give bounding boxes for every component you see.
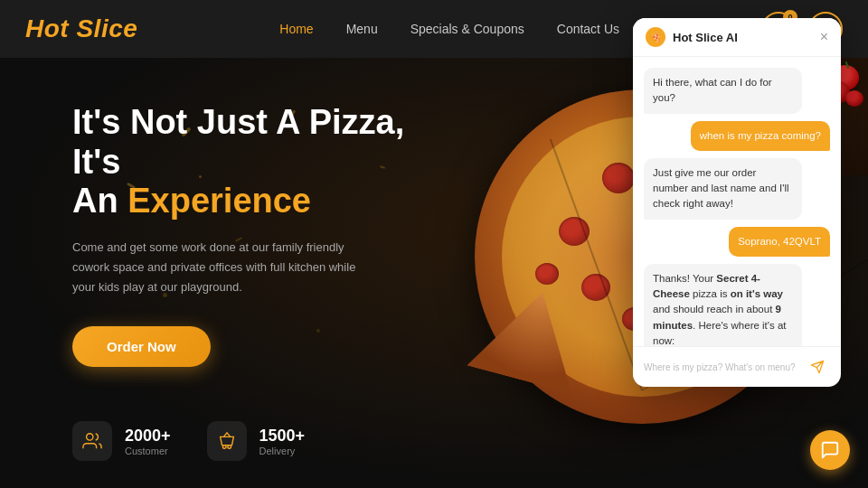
stats-section: 2000+ Customer 1500+ Delivery — [72, 421, 305, 461]
nav-home[interactable]: Home — [279, 22, 313, 36]
delivery-label: Delivery — [259, 446, 306, 456]
delivery-number: 1500+ — [259, 427, 306, 446]
customers-icon-container — [72, 421, 112, 461]
order-now-button[interactable]: Order Now — [72, 326, 211, 367]
chat-bot-icon: 🍕 — [646, 27, 665, 47]
customers-number: 2000+ — [125, 427, 171, 446]
chat-message-2: when is my pizza coming? — [691, 121, 830, 151]
chat-message-3: Just give me our order number and last n… — [644, 158, 802, 220]
floating-chat-button[interactable] — [810, 430, 850, 470]
chat-widget: 🍕 Hot Slice AI × Hi there, what can I do… — [633, 18, 841, 387]
stat-customers: 2000+ Customer — [72, 421, 171, 461]
customers-label: Customer — [125, 446, 171, 456]
send-button[interactable] — [805, 354, 830, 380]
chat-bubble-icon — [820, 440, 840, 460]
chat-message-1: Hi there, what can I do for you? — [644, 68, 802, 114]
hero-content: It's Not Just A Pizza, It's An Experienc… — [72, 103, 434, 367]
chat-body: Hi there, what can I do for you? when is… — [633, 57, 841, 346]
nav-menu[interactable]: Menu — [346, 22, 378, 36]
nav-contact[interactable]: Contact Us — [557, 22, 619, 36]
hero-title: It's Not Just A Pizza, It's An Experienc… — [72, 103, 434, 221]
stat-delivery-text: 1500+ Delivery — [259, 427, 306, 456]
chat-title: Hot Slice AI — [673, 31, 738, 44]
brand-logo[interactable]: Hot Slice — [25, 14, 137, 43]
nav-links: Home Menu Specials & Coupons Contact Us — [279, 22, 619, 36]
chat-input[interactable]: Where is my pizza? What's on menu? — [644, 359, 797, 376]
chat-message-4: Soprano, 42QVLT — [729, 227, 830, 257]
customers-icon — [82, 431, 102, 451]
svg-point-0 — [222, 446, 226, 449]
nav-specials[interactable]: Specials & Coupons — [410, 22, 524, 36]
chat-close-button[interactable]: × — [820, 30, 828, 44]
chat-header-left: 🍕 Hot Slice AI — [646, 27, 738, 47]
delivery-icon-container — [207, 421, 247, 461]
hero-subtitle: Come and get some work done at our famil… — [72, 238, 380, 297]
stat-delivery: 1500+ Delivery — [207, 421, 306, 461]
chat-message-5: Thanks! Your Secret 4-Cheese pizza is on… — [644, 264, 802, 346]
send-icon — [810, 360, 825, 374]
chat-footer: Where is my pizza? What's on menu? — [633, 346, 841, 387]
delivery-icon — [217, 431, 237, 451]
svg-point-1 — [227, 446, 231, 449]
chat-header: 🍕 Hot Slice AI × — [633, 18, 841, 57]
stat-customers-text: 2000+ Customer — [125, 427, 171, 456]
